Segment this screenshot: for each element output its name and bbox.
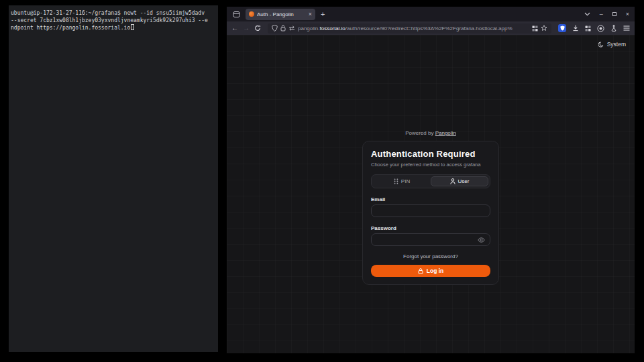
pangolin-link[interactable]: Pangolin bbox=[435, 130, 456, 136]
extensions-icon[interactable] bbox=[585, 25, 591, 32]
keypad-icon bbox=[394, 178, 398, 184]
browser-toolbar: ← → pangolin.fossorial.io/auth/resource/… bbox=[227, 21, 635, 35]
theme-toggle-label: System bbox=[607, 41, 626, 48]
downloads-icon[interactable] bbox=[572, 25, 579, 32]
tracking-protection-shield-icon[interactable] bbox=[272, 25, 278, 32]
url-text: pangolin.fossorial.io/auth/resource/90?r… bbox=[298, 25, 529, 32]
tab-user[interactable]: User bbox=[431, 176, 488, 186]
tab-list-chevron-icon[interactable] bbox=[584, 12, 590, 16]
browser-tab-auth-pangolin[interactable]: Auth - Pangolin × bbox=[246, 9, 315, 20]
auth-section: Powered by Pangolin Authentication Requi… bbox=[362, 130, 499, 285]
card-title: Authentication Required bbox=[371, 149, 490, 159]
moon-icon bbox=[598, 42, 604, 48]
email-field[interactable] bbox=[371, 204, 490, 217]
tab-pin[interactable]: PIN bbox=[373, 176, 431, 186]
connection-lock-icon[interactable] bbox=[280, 25, 286, 32]
login-button[interactable]: Log in bbox=[371, 265, 490, 277]
terminal-line: --secret 7cbz1xw08lh1jbzey03yxvndljvneam… bbox=[11, 17, 217, 24]
reload-button[interactable] bbox=[254, 25, 261, 32]
password-label: Password bbox=[371, 225, 490, 231]
card-subtitle: Choose your preferred method to access g… bbox=[371, 162, 490, 168]
powered-by: Powered by Pangolin bbox=[362, 130, 499, 136]
tab-pin-label: PIN bbox=[401, 178, 410, 184]
hamburger-menu-icon[interactable] bbox=[623, 25, 630, 31]
url-bar[interactable]: pangolin.fossorial.io/auth/resource/90?r… bbox=[268, 23, 551, 34]
terminal-cursor bbox=[131, 24, 134, 30]
bookmark-star-icon[interactable] bbox=[541, 25, 547, 32]
minimize-button[interactable]: – bbox=[600, 11, 603, 17]
window-controls: – × bbox=[584, 11, 629, 17]
user-icon bbox=[450, 178, 455, 184]
forward-button: → bbox=[243, 25, 250, 32]
terminal-line: ubuntu@ip-172-31-27-116:~/grafana$ newt … bbox=[11, 9, 217, 17]
lock-icon bbox=[418, 268, 423, 274]
forgot-password-link[interactable]: Forgot your password? bbox=[371, 253, 490, 259]
email-label: Email bbox=[371, 196, 490, 202]
permissions-swap-icon[interactable] bbox=[288, 25, 295, 31]
maximize-button[interactable] bbox=[612, 12, 616, 16]
tab-close-icon[interactable]: × bbox=[309, 11, 312, 17]
password-field[interactable] bbox=[371, 233, 490, 246]
tab-bar: Auth - Pangolin × + – × bbox=[227, 7, 635, 21]
theme-toggle[interactable]: System bbox=[598, 41, 626, 48]
firefox-view-icon[interactable] bbox=[231, 9, 241, 19]
close-window-button[interactable]: × bbox=[626, 11, 629, 17]
tab-title: Auth - Pangolin bbox=[257, 11, 306, 17]
terminal-window[interactable]: ubuntu@ip-172-31-27-116:~/grafana$ newt … bbox=[9, 5, 218, 352]
show-password-eye-icon[interactable] bbox=[478, 237, 485, 243]
flask-extension-icon[interactable] bbox=[610, 25, 617, 32]
auth-card: Authentication Required Choose your pref… bbox=[362, 141, 499, 285]
new-tab-button[interactable]: + bbox=[321, 10, 325, 18]
terminal-line: ndpoint https://pangolin.fossorial.io bbox=[11, 24, 217, 32]
login-button-label: Log in bbox=[427, 267, 444, 274]
bitwarden-extension-icon[interactable] bbox=[558, 24, 566, 32]
auth-method-tabs: PIN User bbox=[371, 174, 490, 188]
pangolin-favicon-icon bbox=[249, 11, 254, 17]
tab-user-label: User bbox=[458, 178, 470, 184]
containers-grid-icon[interactable] bbox=[532, 25, 538, 32]
adblock-circle-icon[interactable] bbox=[597, 25, 604, 32]
back-button[interactable]: ← bbox=[231, 25, 238, 32]
browser-window: Auth - Pangolin × + – × ← → p bbox=[227, 7, 635, 353]
page-viewport: System Powered by Pangolin Authenticatio… bbox=[227, 35, 635, 353]
toolbar-extension-icons bbox=[558, 24, 630, 32]
